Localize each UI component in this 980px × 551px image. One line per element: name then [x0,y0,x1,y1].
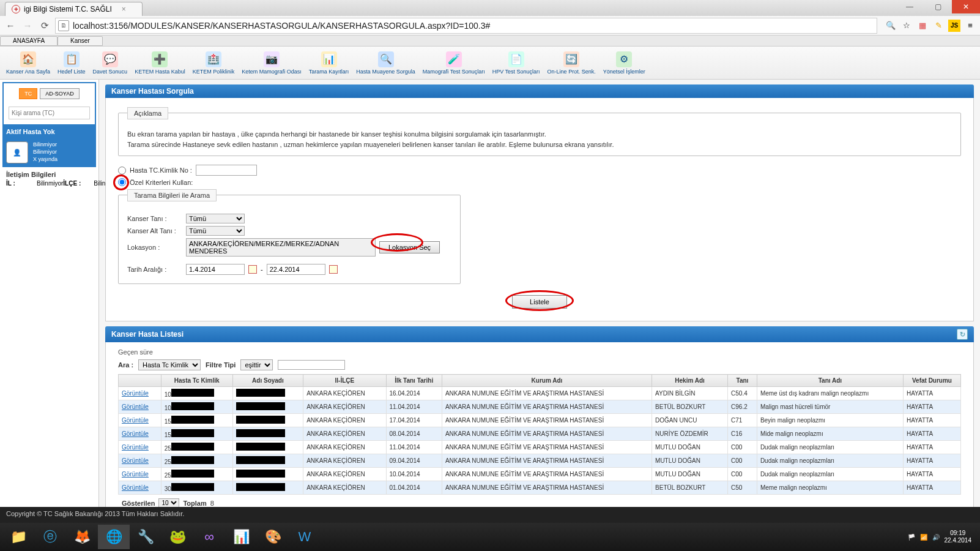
col-header[interactable]: Hasta Tc Kimlik [161,375,232,387]
search-icon[interactable]: 🔍 [885,20,897,32]
radio-tckimlik[interactable] [118,167,126,174]
refresh-icon[interactable]: ↻ [957,329,968,340]
calendar-icon-2[interactable] [329,265,338,274]
col-header[interactable]: Tanı [728,375,757,387]
close-tab-icon[interactable]: × [122,5,126,13]
tray-clock[interactable]: 09:19 22.4.2014 [945,530,972,544]
url-field[interactable] [73,21,874,31]
table-row: Görüntüle10ANKARA KEÇİÖREN16.04.2014ANKA… [119,387,961,400]
select-tani[interactable]: Tümü [186,214,245,223]
col-header[interactable]: İlk Tanı Tarihi [386,375,442,387]
taskbar-tool2[interactable]: 📊 [225,525,257,549]
content-area: Kanser Hastası Sorgula Açıklama Bu ekran… [99,80,980,514]
toggle-adsoyad[interactable]: AD-SOYAD [40,88,79,99]
list-panel-header: Kanser Hasta Listesi ↻ [105,326,974,342]
col-header[interactable]: Adı Soyadı [232,375,303,387]
table-row: Görüntüle15ANKARA KEÇİÖREN17.04.2014ANKA… [119,414,961,427]
label-ara: Ara : [118,361,133,369]
view-link[interactable]: Görüntüle [122,457,149,464]
input-tckimlik[interactable] [196,165,257,176]
window-maximize[interactable]: ▢ [924,0,952,13]
window-minimize[interactable]: — [896,0,924,13]
total-pre: Toplam [183,500,206,507]
app-toolbar: 🏠Kanser Ana Sayfa📋Hedef Liste💬Davet Sonu… [0,47,980,80]
toolbar-kanser-ana-sayfa[interactable]: 🏠Kanser Ana Sayfa [6,51,50,75]
ext-js-icon[interactable]: JS [948,20,960,32]
date-sep: - [261,266,263,273]
toolbar-davet-sonucu[interactable]: 💬Davet Sonucu [93,51,128,75]
explain-text-2: Tarama sürecinde Hastaneye sevk edilen h… [127,140,952,150]
taskbar-tool1[interactable]: 🔧 [130,525,161,549]
date-end[interactable] [267,264,325,275]
patient-search-input[interactable] [9,107,90,119]
ext-pencil-icon[interactable]: ✎ [932,20,945,32]
col-header[interactable] [119,375,161,387]
lokasyon-sec-button[interactable]: Lokasyon Seç [379,241,440,253]
calendar-icon-1[interactable] [248,265,257,274]
col-header[interactable]: Tanı Adı [757,375,903,387]
table-row: Görüntüle15ANKARA KEÇİÖREN08.04.2014ANKA… [119,427,961,441]
col-header[interactable]: Il-İLÇE [303,375,386,387]
date-start[interactable] [186,264,245,275]
taskbar-firefox[interactable]: 🦊 [66,525,98,549]
select-ara[interactable]: Hasta Tc Kimlik [138,359,201,370]
toolbar-ketem-hasta-kabul[interactable]: ➕KETEM Hasta Kabul [135,51,185,75]
taskbar-word[interactable]: W [289,525,321,549]
toolbar-on-line-prot.-senk.[interactable]: 🔄On-Line Prot. Senk. [548,51,596,75]
favicon-icon: ✚ [12,5,20,13]
tab-kanser[interactable]: Kanser [58,36,103,46]
view-link[interactable]: Görüntüle [122,390,149,397]
taskbar-ie[interactable]: ⓔ [34,525,66,549]
page-size-select[interactable]: 10 [158,498,179,508]
label-tckimlik: Hasta TC.Kimlik No : [130,167,192,174]
toolbar-yönetsel-i̇şlemler[interactable]: ⚙Yönetsel İşlemler [603,51,645,75]
reload-button[interactable]: ⟳ [38,19,51,32]
toolbar-mamografi-test-sonuçları[interactable]: 🧪Mamografi Test Sonuçları [423,51,485,75]
taskbar-frog[interactable]: 🐸 [161,525,193,549]
sidebar: TC AD-SOYAD Aktif Hasta Yok 👤 Bilinmiyor… [0,80,99,514]
tray-flag-icon[interactable]: 🏳️ [908,534,915,541]
listele-button[interactable]: Listele [512,295,567,309]
toolbar-hpv-test-sonuçları[interactable]: 📄HPV Test Sonuçları [492,51,540,75]
toolbar-hasta-muayene-sorgula[interactable]: 🔍Hasta Muayene Sorgula [356,51,415,75]
view-link[interactable]: Görüntüle [122,417,149,424]
filter-value-input[interactable] [278,360,345,370]
explain-legend: Açıklama [127,107,168,119]
label-ozel: Özel Kriterleri Kullan: [130,179,193,186]
view-link[interactable]: Görüntüle [122,403,149,410]
tray-net-icon[interactable]: 📶 [920,534,927,541]
toggle-tc[interactable]: TC [19,88,37,99]
select-filtretipi[interactable]: eşittir [240,359,273,370]
ext-video-icon[interactable]: ▦ [916,20,929,32]
view-link[interactable]: Görüntüle [122,430,149,437]
contact-header: İletişim Bilgileri [6,171,92,178]
back-button[interactable]: ← [4,19,17,32]
tab-anasayfa[interactable]: ANASAYFA [0,36,58,46]
chrome-tab-bar: ✚ igi Bilgi Sistemi T.C. SAĞLI × — ▢ ✕ [0,0,980,16]
toolbar-ketem-mamografi-odası[interactable]: 📷Ketem Mamografi Odası [242,51,302,75]
taskbar-explorer[interactable]: 📁 [2,525,34,549]
toolbar-hedef-liste[interactable]: 📋Hedef Liste [58,51,86,75]
tray-vol-icon[interactable]: 🔊 [932,534,940,541]
browser-tab[interactable]: ✚ igi Bilgi Sistemi T.C. SAĞLI × [5,2,143,16]
star-icon[interactable]: ☆ [900,20,913,32]
taskbar-chrome[interactable]: 🌐 [98,525,130,549]
taskbar-vs[interactable]: ∞ [193,525,225,549]
label-lokasyon: Lokasyon : [127,244,182,251]
view-link[interactable]: Görüntüle [122,444,149,451]
taskbar: 📁 ⓔ 🦊 🌐 🔧 🐸 ∞ 📊 🎨 W 🏳️ 📶 🔊 09:19 22.4.20… [0,523,980,551]
col-header[interactable]: Kurum Adı [442,375,651,387]
chrome-menu-icon[interactable]: ≡ [964,20,976,32]
col-header[interactable]: Vefat Durumu [903,375,960,387]
taskbar-paint[interactable]: 🎨 [257,525,289,549]
radio-ozel[interactable] [118,178,126,186]
view-link[interactable]: Görüntüle [122,471,149,478]
forward-button[interactable]: → [21,19,34,32]
col-header[interactable]: Hekim Adı [652,375,728,387]
toolbar-tarama-kayıtları[interactable]: 📊Tarama Kayıtları [309,51,349,75]
select-alt-tani[interactable]: Tümü [186,226,245,236]
window-close[interactable]: ✕ [952,0,980,13]
toolbar-ketem-poliklinik[interactable]: 🏥KETEM Poliklinik [193,51,235,75]
table-row: Görüntüle25ANKARA KEÇİÖREN09.04.2014ANKA… [119,454,961,468]
view-link[interactable]: Görüntüle [122,484,149,491]
